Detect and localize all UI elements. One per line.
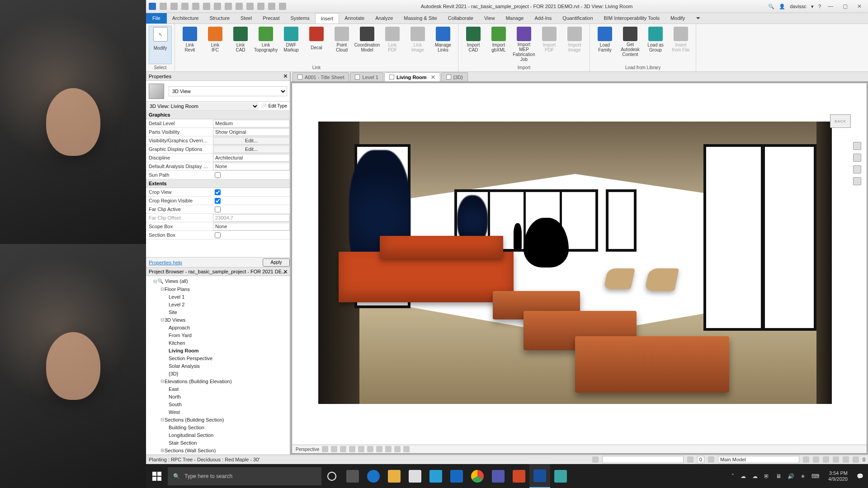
reveal-hidden-icon[interactable]: [403, 446, 410, 452]
ribbon-dwf-markup[interactable]: DWFMarkup: [279, 26, 303, 64]
tree-item-north[interactable]: North: [146, 393, 290, 400]
prop-value[interactable]: None: [213, 163, 290, 170]
crop-view-icon[interactable]: [367, 446, 373, 452]
open-icon[interactable]: [160, 3, 167, 10]
tree-item-living-room[interactable]: Living Room: [146, 347, 290, 354]
powerpoint-icon[interactable]: [509, 464, 529, 488]
tree-item--3d-[interactable]: {3D}: [146, 370, 290, 377]
teams-icon[interactable]: [488, 464, 509, 488]
bluetooth-icon[interactable]: ∗: [801, 473, 805, 479]
tree-root[interactable]: ⊟ 🔍 Views (all): [146, 277, 290, 285]
prop-value[interactable]: [213, 206, 290, 213]
system-clock[interactable]: 3:54 PM 4/9/2020: [826, 470, 850, 482]
ribbon-get-autodesk-content[interactable]: Get AutodeskContent: [618, 26, 642, 64]
tree-item-longitudinal-section[interactable]: Longitudinal Section: [146, 431, 290, 439]
shadows-icon[interactable]: [349, 446, 355, 452]
prop-value[interactable]: None: [213, 223, 290, 230]
ribbon-link-topography[interactable]: LinkTopography: [254, 26, 278, 64]
ribbon-load-family[interactable]: LoadFamily: [593, 26, 617, 64]
project-browser-tree[interactable]: ⊟ 🔍 Views (all)⊟Floor PlansLevel 1Level …: [146, 276, 290, 455]
tree-item-solar-analysis[interactable]: Solar Analysis: [146, 362, 290, 370]
prop-value[interactable]: 23004.7: [213, 214, 290, 222]
design-options-icon[interactable]: [708, 456, 714, 463]
ribbon-tab-structure[interactable]: Structure: [204, 13, 235, 23]
tree-branch-floor-plans[interactable]: ⊟Floor Plans: [146, 285, 290, 293]
ribbon-tab-quantification[interactable]: Quantification: [557, 13, 598, 23]
ribbon-link-ifc[interactable]: LinkIFC: [203, 26, 227, 64]
prop-category-graphics[interactable]: Graphics: [146, 111, 290, 119]
select-links-icon[interactable]: [803, 456, 809, 463]
tree-branch-3d-views[interactable]: ⊟3D Views: [146, 316, 290, 324]
cortana-icon[interactable]: [321, 464, 342, 488]
ribbon-load-as-group[interactable]: Load asGroup: [643, 26, 668, 64]
properties-help-link[interactable]: Properties help: [146, 260, 263, 265]
ribbon-tab-annotate[interactable]: Annotate: [339, 13, 370, 23]
ribbon-tab-bim-interoperability-tools[interactable]: BIM Interoperability Tools: [599, 13, 665, 23]
design-option-selector[interactable]: Main Model: [718, 456, 799, 463]
select-underlay-icon[interactable]: [813, 456, 819, 463]
username[interactable]: davissc: [790, 4, 807, 9]
thin-lines-icon[interactable]: [257, 3, 264, 10]
view-tab--3d-[interactable]: {3D}: [441, 72, 468, 81]
properties-grid[interactable]: 3D View: Living Room 📄 Edit Type Graphic…: [146, 102, 290, 257]
ribbon-import-gbxml[interactable]: ImportgbXML: [486, 26, 511, 64]
minimize-button[interactable]: —: [826, 3, 835, 10]
apply-button[interactable]: Apply: [263, 258, 290, 267]
dynamo-icon[interactable]: [550, 464, 571, 488]
task-view-icon[interactable]: [342, 464, 363, 488]
ribbon-tab-analyze[interactable]: Analyze: [370, 13, 398, 23]
ribbon-tab-file[interactable]: File: [146, 13, 167, 23]
infocenter-icon[interactable]: 🔍: [768, 4, 774, 9]
prop-value[interactable]: [213, 197, 290, 205]
close-hidden-icon[interactable]: [268, 3, 275, 10]
ribbon-link-revit[interactable]: LinkRevit: [178, 26, 202, 64]
type-selector-dropdown[interactable]: 3D View: [169, 86, 287, 96]
network-icon[interactable]: 🖥: [776, 473, 781, 479]
redo-icon[interactable]: [203, 3, 210, 10]
workset-selector[interactable]: [602, 456, 684, 463]
orbit-icon[interactable]: [853, 177, 861, 185]
workset-icon[interactable]: [592, 456, 599, 463]
temp-hide-icon[interactable]: [394, 446, 401, 452]
edit-type-button[interactable]: 📄 Edit Type: [259, 103, 290, 108]
properties-close-icon[interactable]: ✕: [283, 73, 288, 80]
view-tab-a001-title-sheet[interactable]: A001 - Title Sheet: [292, 72, 349, 81]
onedrive2-icon[interactable]: ☁: [752, 473, 758, 479]
properties-header[interactable]: Properties ✕: [146, 72, 290, 81]
rendering-dialog-icon[interactable]: [358, 446, 364, 452]
edge-icon[interactable]: [363, 464, 384, 488]
viewcube[interactable]: BACK: [827, 110, 854, 132]
chrome-icon[interactable]: [467, 464, 488, 488]
switch-windows-icon[interactable]: [279, 3, 286, 10]
full-nav-wheel-icon[interactable]: [853, 142, 861, 150]
tree-item-east[interactable]: East: [146, 385, 290, 393]
text-icon[interactable]: [246, 3, 254, 10]
mail-icon[interactable]: [425, 464, 446, 488]
ribbon-tab-add-ins[interactable]: Add-Ins: [529, 13, 557, 23]
tree-item-kitchen[interactable]: Kitchen: [146, 339, 290, 347]
instance-filter-dropdown[interactable]: 3D View: Living Room: [146, 102, 259, 110]
revit-logo-icon[interactable]: [149, 3, 156, 10]
tree-item-level-1[interactable]: Level 1: [146, 293, 290, 300]
tree-item-west[interactable]: West: [146, 408, 290, 416]
pan-icon[interactable]: [853, 154, 861, 162]
print-icon[interactable]: [214, 3, 221, 10]
tree-item-from-yard[interactable]: From Yard: [146, 331, 290, 339]
windows-taskbar[interactable]: 🔍 Type here to search ˄ ☁ ☁ ⛨ 🖥 🔊 ∗ ⌨ 3:…: [146, 464, 868, 488]
app-exchange-icon[interactable]: ▾: [811, 4, 814, 9]
ribbon-import-cad[interactable]: ImportCAD: [461, 26, 486, 64]
prop-value[interactable]: [213, 188, 290, 196]
prop-value[interactable]: [213, 171, 290, 179]
ribbon-coordination-model[interactable]: CoordinationModel: [355, 26, 379, 64]
view-tab-living-room[interactable]: Living Room✕: [384, 72, 440, 81]
prop-category-extents[interactable]: Extents: [146, 179, 290, 188]
tree-item-stair-section[interactable]: Stair Section: [146, 439, 290, 446]
prop-value[interactable]: Medium: [213, 120, 290, 127]
lock-view-icon[interactable]: [385, 446, 392, 452]
ribbon-tab-massing-site[interactable]: Massing & Site: [398, 13, 442, 23]
ribbon-tab-precast[interactable]: Precast: [257, 13, 285, 23]
close-button[interactable]: ✕: [854, 3, 864, 10]
prop-value[interactable]: [213, 231, 290, 239]
ribbon-manage-links[interactable]: ManageLinks: [431, 26, 455, 64]
select-face-icon[interactable]: [833, 456, 839, 463]
